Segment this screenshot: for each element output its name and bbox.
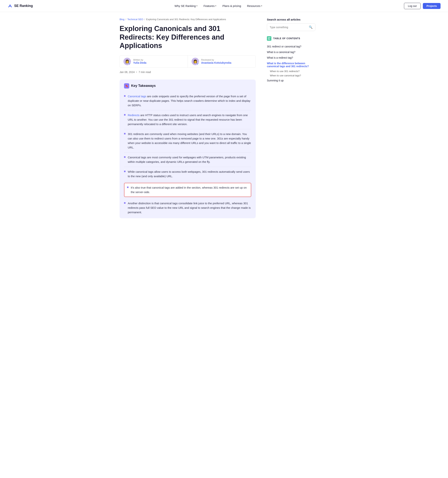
author-badge [129, 63, 131, 65]
author-written-name[interactable]: Yulia Deda [133, 61, 147, 64]
author-reviewed-avatar: 👩 [191, 58, 199, 65]
bullet-icon [124, 95, 126, 97]
logout-button[interactable]: Log out [404, 3, 421, 9]
toc-item: What is a canonical tag? [267, 49, 315, 55]
toc-icon [267, 36, 271, 41]
takeaway-item: Canonical tags are most commonly used fo… [124, 152, 251, 167]
search-label: Search across all articles [267, 18, 315, 21]
takeaway-text: Canonical tags are most commonly used fo… [128, 155, 251, 164]
toc-item: What is a redirect tag? [267, 55, 315, 61]
breadcrumb: Blog / Technical SEO / Exploring Canonic… [120, 18, 256, 21]
takeaway-text: While canonical tags allow users to acce… [128, 170, 251, 178]
toc-link[interactable]: When to use canonical tags? [270, 74, 301, 77]
list-icon [267, 37, 271, 40]
toc-line [268, 39, 270, 40]
toc-link[interactable]: 301 redirect or canonical tag? [267, 45, 301, 48]
author-reviewed-name[interactable]: Anastasia Kotsiubynska [201, 61, 232, 64]
takeaway-item-highlighted: It's also true that canonical tags are a… [124, 183, 251, 197]
article-date: Jan 08, 2024 [120, 71, 135, 74]
takeaway-text: Another distinction is that canonical ta… [128, 201, 251, 214]
nav-why-se-ranking[interactable]: Why SE Ranking ▾ [175, 4, 197, 7]
author-written-info: Written by Yulia Deda [133, 59, 147, 64]
takeaway-item: While canonical tags allow users to acce… [124, 167, 251, 181]
kt-title: Key Takeaways [131, 84, 156, 88]
article-meta: Jan 08, 2024 • 7 min read [120, 71, 256, 74]
takeaway-text: Redirects are HTTP status codes used to … [128, 113, 251, 126]
takeaway-text: It's also true that canonical tags are a… [131, 185, 248, 194]
toc-line [268, 37, 270, 38]
breadcrumb-technical-seo[interactable]: Technical SEO [127, 18, 143, 21]
logo-text: SE Ranking [14, 4, 33, 8]
breadcrumb-blog[interactable]: Blog [120, 18, 124, 21]
toc-header: TABLE OF CONTENTS [267, 36, 315, 41]
toc-list: 301 redirect or canonical tag? What is a… [267, 44, 315, 83]
breadcrumb-separator: / [144, 18, 145, 21]
nav-plans-pricing[interactable]: Plans & pricing [222, 4, 241, 7]
search-box: 🔍 [267, 23, 315, 31]
takeaway-item: 301 redirects are commonly used when mov… [124, 129, 251, 152]
chevron-down-icon: ▾ [215, 5, 216, 7]
author-reviewed-block: 👩 Reviewed by Anastasia Kotsiubynska [188, 56, 256, 67]
nav-features[interactable]: Features ▾ [203, 4, 216, 7]
redirects-link[interactable]: Redirects [128, 113, 140, 117]
content-area: Blog / Technical SEO / Exploring Canonic… [120, 18, 256, 223]
bullet-icon [124, 202, 126, 204]
search-button[interactable]: 🔍 [306, 24, 315, 31]
author-reviewed-info: Reviewed by Anastasia Kotsiubynska [201, 59, 232, 64]
takeaway-text: 301 redirects are commonly used when mov… [128, 132, 251, 150]
main-layout: Blog / Technical SEO / Exploring Canonic… [112, 12, 336, 229]
toc-line [268, 38, 270, 39]
author-written-avatar: 👩 [123, 58, 131, 65]
toc-item: Summing it up [267, 78, 315, 83]
toc-item: 301 redirect or canonical tag? [267, 44, 315, 49]
author-written-label: Written by [133, 59, 147, 61]
header-actions: Log out Projects [404, 3, 441, 9]
takeaway-item: Canonical tags are code snippets used to… [124, 92, 251, 110]
logo-icon [7, 3, 13, 9]
authors-row: 👩 Written by Yulia Deda 👩 Reviewed by An… [120, 55, 256, 68]
breadcrumb-current: Exploring Canonicals and 301 Redirects: … [146, 18, 226, 21]
author-reviewed-label: Reviewed by [201, 59, 232, 61]
chevron-down-icon: ▾ [196, 5, 197, 7]
bullet-icon [124, 133, 126, 134]
main-nav: Why SE Ranking ▾ Features ▾ Plans & pric… [175, 4, 262, 7]
bookmark-icon: 🔖 [124, 83, 129, 88]
nav-resources[interactable]: Resources ▾ [247, 4, 262, 7]
toc-link[interactable]: What is the difference between canonical… [267, 62, 309, 68]
search-icon: 🔍 [309, 25, 313, 29]
takeaway-item: Redirects are HTTP status codes used to … [124, 110, 251, 129]
logo[interactable]: SE Ranking [7, 3, 33, 9]
toc-link[interactable]: What is a canonical tag? [267, 50, 295, 54]
toc-link[interactable]: Summing it up [267, 79, 283, 82]
toc-subitem: When to use canonical tags? [267, 73, 315, 78]
key-takeaways-box: 🔖 Key Takeaways Canonical tags are code … [120, 80, 256, 218]
bullet-icon [124, 171, 126, 172]
kt-header: 🔖 Key Takeaways [124, 83, 251, 88]
toc-item-active: What is the difference between canonical… [267, 61, 315, 69]
takeaway-item: Another distinction is that canonical ta… [124, 198, 251, 214]
toc-link[interactable]: What is a redirect tag? [267, 56, 293, 59]
canonical-tags-link[interactable]: Canonical tags [128, 95, 146, 98]
search-input[interactable] [267, 24, 306, 31]
article-title: Exploring Canonicals and 301 Redirects: … [120, 25, 256, 50]
bullet-icon [127, 187, 129, 188]
meta-separator: • [136, 71, 137, 74]
toc-subitem: When to use 301 redirects? [267, 69, 315, 73]
takeaway-text: Canonical tags are code snippets used to… [128, 94, 251, 107]
author-written-block: 👩 Written by Yulia Deda [120, 56, 188, 67]
chevron-down-icon: ▾ [261, 5, 262, 7]
sidebar: Search across all articles 🔍 TABLE OF CO… [267, 18, 315, 223]
breadcrumb-separator: / [126, 18, 126, 21]
site-header: SE Ranking Why SE Ranking ▾ Features ▾ P… [0, 0, 448, 12]
toc-link[interactable]: When to use 301 redirects? [270, 70, 300, 73]
projects-button[interactable]: Projects [423, 3, 441, 9]
article-read-time: 7 min read [139, 71, 151, 74]
bullet-icon [124, 156, 126, 158]
toc-title: TABLE OF CONTENTS [273, 37, 300, 40]
author-badge [197, 63, 199, 65]
bullet-icon [124, 114, 126, 116]
